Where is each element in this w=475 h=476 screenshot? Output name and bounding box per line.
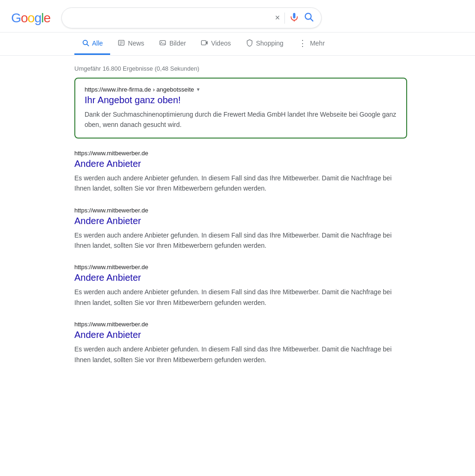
tab-shopping-label: Shopping <box>256 40 284 47</box>
tab-mehr[interactable]: ⋮ Mehr <box>291 33 332 55</box>
search-input[interactable]: Ihr Angebot wird gesucht <box>69 14 270 22</box>
svg-line-3 <box>87 44 89 46</box>
logo-o2: o <box>27 11 34 26</box>
mic-icon[interactable] <box>290 13 299 23</box>
result-snippet-3: Es werden auch andere Anbieter gefunden.… <box>74 287 407 308</box>
mehr-icon: ⋮ <box>298 38 307 48</box>
tab-news[interactable]: News <box>110 33 152 55</box>
search-divider <box>284 13 285 24</box>
result-title-3[interactable]: Andere Anbieter <box>74 272 407 283</box>
result-snippet-4: Es werden auch andere Anbieter gefunden.… <box>74 344 407 365</box>
svg-line-1 <box>310 19 313 21</box>
logo-g2: g <box>34 11 41 26</box>
tab-news-label: News <box>128 40 144 47</box>
result-url-2: https://www.mitbewerber.de <box>74 207 407 214</box>
featured-result: https://www.ihre-firma.de › angebotsseit… <box>74 78 407 139</box>
search-icons: × <box>275 12 314 24</box>
alle-icon <box>82 39 89 48</box>
result-item-1: https://www.mitbewerber.de Andere Anbiet… <box>74 150 407 194</box>
header: Google Ihr Angebot wird gesucht × <box>0 0 475 33</box>
tab-alle-label: Alle <box>92 40 103 47</box>
result-title-1[interactable]: Andere Anbieter <box>74 159 407 169</box>
bilder-icon <box>159 39 166 48</box>
result-item-3: https://www.mitbewerber.de Andere Anbiet… <box>74 264 407 308</box>
result-item-2: https://www.mitbewerber.de Andere Anbiet… <box>74 207 407 251</box>
shopping-icon <box>246 39 253 48</box>
tab-videos[interactable]: Videos <box>193 33 238 55</box>
search-button-icon[interactable] <box>303 12 314 24</box>
logo-o1: o <box>21 11 28 26</box>
results-stats: Umgefähr 16.800 Ergebnisse (0,48 Sekunde… <box>74 60 407 78</box>
tab-bilder[interactable]: Bilder <box>152 33 193 55</box>
logo-g: G <box>11 11 21 26</box>
result-snippet-1: Es werden auch andere Anbieter gefunden.… <box>74 173 407 194</box>
svg-rect-10 <box>202 40 206 45</box>
results-area: Umgefähr 16.800 Ergebnisse (0,48 Sekunde… <box>0 56 418 385</box>
result-title-2[interactable]: Andere Anbieter <box>74 216 407 226</box>
news-icon <box>118 39 125 48</box>
result-title-4[interactable]: Andere Anbieter <box>74 330 407 340</box>
result-url-4: https://www.mitbewerber.de <box>74 321 407 328</box>
featured-url-chevron: ▼ <box>196 87 201 92</box>
featured-title[interactable]: Ihr Angebot ganz oben! <box>85 95 397 106</box>
featured-url-text: https://www.ihre-firma.de › angebotsseit… <box>85 86 194 93</box>
tab-mehr-label: Mehr <box>310 40 325 47</box>
clear-icon[interactable]: × <box>275 13 280 23</box>
svg-rect-8 <box>160 40 165 45</box>
result-snippet-2: Es werden auch andere Anbieter gefunden.… <box>74 230 407 251</box>
tab-alle[interactable]: Alle <box>74 33 110 55</box>
tab-shopping[interactable]: Shopping <box>238 33 291 55</box>
videos-icon <box>201 39 208 48</box>
result-url-3: https://www.mitbewerber.de <box>74 264 407 271</box>
logo-e: e <box>44 11 51 26</box>
svg-point-9 <box>161 41 162 42</box>
google-logo: Google <box>11 11 50 26</box>
featured-url: https://www.ihre-firma.de › angebotsseit… <box>85 86 397 93</box>
tab-bilder-label: Bilder <box>169 40 186 47</box>
nav-tabs: Alle News Bilder <box>0 33 475 56</box>
search-bar: Ihr Angebot wird gesucht × <box>61 7 322 28</box>
tab-videos-label: Videos <box>211 40 231 47</box>
result-url-1: https://www.mitbewerber.de <box>74 150 407 157</box>
featured-snippet: Dank der Suchmaschinenoptimierung durch … <box>85 109 397 130</box>
result-item-4: https://www.mitbewerber.de Andere Anbiet… <box>74 321 407 365</box>
